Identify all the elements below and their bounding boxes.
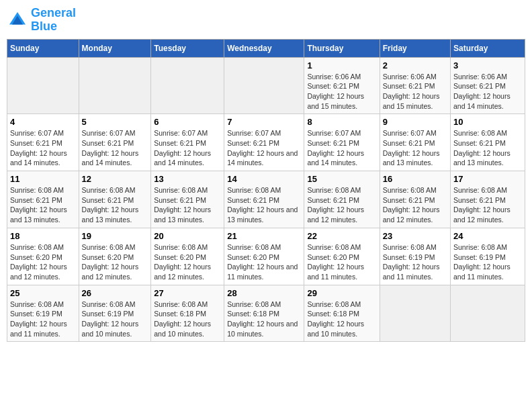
day-cell: 17 Sunrise: 6:08 AM Sunset: 6:21 PM Dayl… xyxy=(451,171,525,228)
day-number: 14 xyxy=(227,174,301,184)
day-cell: 3 Sunrise: 6:06 AM Sunset: 6:21 PM Dayli… xyxy=(451,57,525,114)
sunrise: Sunrise: 6:07 AM xyxy=(307,128,376,138)
day-header-saturday: Saturday xyxy=(451,39,525,57)
day-number: 18 xyxy=(10,231,76,241)
day-number: 13 xyxy=(154,174,221,184)
day-info: Sunrise: 6:07 AM Sunset: 6:21 PM Dayligh… xyxy=(10,128,76,168)
day-cell: 12 Sunrise: 6:08 AM Sunset: 6:21 PM Dayl… xyxy=(79,171,151,228)
day-info: Sunrise: 6:08 AM Sunset: 6:21 PM Dayligh… xyxy=(307,185,376,225)
calendar-body: 1 Sunrise: 6:06 AM Sunset: 6:21 PM Dayli… xyxy=(7,57,525,342)
sunset: Sunset: 6:20 PM xyxy=(10,253,76,263)
daylight: Daylight: 12 hours and 12 minutes. xyxy=(154,262,221,281)
sunset: Sunset: 6:20 PM xyxy=(154,253,221,263)
day-cell: 13 Sunrise: 6:08 AM Sunset: 6:21 PM Dayl… xyxy=(151,171,224,228)
sunrise: Sunrise: 6:07 AM xyxy=(383,128,447,138)
sunrise: Sunrise: 6:06 AM xyxy=(307,72,376,82)
sunset: Sunset: 6:18 PM xyxy=(307,309,376,319)
daylight: Daylight: 12 hours and 12 minutes. xyxy=(82,262,148,281)
day-number: 9 xyxy=(383,117,447,127)
day-number: 7 xyxy=(227,117,301,127)
sunrise: Sunrise: 6:08 AM xyxy=(307,300,376,310)
day-cell: 25 Sunrise: 6:08 AM Sunset: 6:19 PM Dayl… xyxy=(7,285,79,342)
day-info: Sunrise: 6:08 AM Sunset: 6:21 PM Dayligh… xyxy=(227,185,301,225)
day-info: Sunrise: 6:08 AM Sunset: 6:21 PM Dayligh… xyxy=(10,185,76,225)
sunset: Sunset: 6:18 PM xyxy=(227,309,301,319)
logo-text: GeneralBlue xyxy=(31,7,76,34)
day-cell: 27 Sunrise: 6:08 AM Sunset: 6:18 PM Dayl… xyxy=(151,285,224,342)
day-info: Sunrise: 6:07 AM Sunset: 6:21 PM Dayligh… xyxy=(154,128,221,168)
day-header-monday: Monday xyxy=(79,39,151,57)
day-number: 2 xyxy=(383,60,447,71)
sunset: Sunset: 6:21 PM xyxy=(82,138,148,148)
calendar-table: SundayMondayTuesdayWednesdayThursdayFrid… xyxy=(7,39,525,342)
day-number: 29 xyxy=(307,288,376,298)
day-info: Sunrise: 6:08 AM Sunset: 6:19 PM Dayligh… xyxy=(383,242,447,282)
day-cell: 18 Sunrise: 6:08 AM Sunset: 6:20 PM Dayl… xyxy=(7,228,79,285)
day-info: Sunrise: 6:08 AM Sunset: 6:20 PM Dayligh… xyxy=(307,242,376,282)
day-cell: 5 Sunrise: 6:07 AM Sunset: 6:21 PM Dayli… xyxy=(79,114,151,171)
day-cell: 28 Sunrise: 6:08 AM Sunset: 6:18 PM Dayl… xyxy=(224,285,304,342)
sunset: Sunset: 6:21 PM xyxy=(383,81,447,91)
daylight: Daylight: 12 hours and 12 minutes. xyxy=(453,205,522,224)
sunset: Sunset: 6:21 PM xyxy=(453,138,522,148)
sunrise: Sunrise: 6:08 AM xyxy=(82,185,148,195)
sunset: Sunset: 6:20 PM xyxy=(227,253,301,263)
day-info: Sunrise: 6:07 AM Sunset: 6:21 PM Dayligh… xyxy=(82,128,148,168)
daylight: Daylight: 12 hours and 14 minutes. xyxy=(10,148,76,168)
sunrise: Sunrise: 6:08 AM xyxy=(227,185,301,195)
day-header-tuesday: Tuesday xyxy=(151,39,224,57)
sunset: Sunset: 6:20 PM xyxy=(307,253,376,263)
sunrise: Sunrise: 6:08 AM xyxy=(383,242,447,253)
daylight: Daylight: 12 hours and 13 minutes. xyxy=(453,148,522,168)
sunset: Sunset: 6:21 PM xyxy=(307,195,376,205)
day-number: 21 xyxy=(227,231,301,241)
daylight: Daylight: 12 hours and 11 minutes. xyxy=(307,262,376,281)
day-cell: 7 Sunrise: 6:07 AM Sunset: 6:21 PM Dayli… xyxy=(224,114,304,171)
day-number: 20 xyxy=(154,231,221,241)
day-cell xyxy=(79,57,151,114)
sunset: Sunset: 6:21 PM xyxy=(227,138,301,148)
sunset: Sunset: 6:19 PM xyxy=(10,309,76,319)
daylight: Daylight: 12 hours and 10 minutes. xyxy=(82,319,148,338)
day-info: Sunrise: 6:07 AM Sunset: 6:21 PM Dayligh… xyxy=(227,128,301,168)
sunrise: Sunrise: 6:08 AM xyxy=(307,185,376,195)
sunset: Sunset: 6:20 PM xyxy=(82,253,148,263)
daylight: Daylight: 12 hours and 11 minutes. xyxy=(453,262,522,281)
day-header-wednesday: Wednesday xyxy=(224,39,304,57)
day-cell: 14 Sunrise: 6:08 AM Sunset: 6:21 PM Dayl… xyxy=(224,171,304,228)
day-header-sunday: Sunday xyxy=(7,39,79,57)
day-cell: 8 Sunrise: 6:07 AM Sunset: 6:21 PM Dayli… xyxy=(304,114,380,171)
day-number: 11 xyxy=(10,174,76,184)
daylight: Daylight: 12 hours and 12 minutes. xyxy=(383,205,447,224)
sunset: Sunset: 6:21 PM xyxy=(383,138,447,148)
page-header: GeneralBlue xyxy=(7,7,525,34)
day-number: 1 xyxy=(307,60,376,71)
daylight: Daylight: 12 hours and 13 minutes. xyxy=(10,205,76,224)
logo-icon xyxy=(7,9,28,31)
sunrise: Sunrise: 6:08 AM xyxy=(82,300,148,310)
sunset: Sunset: 6:21 PM xyxy=(383,195,447,205)
day-number: 6 xyxy=(154,117,221,127)
day-info: Sunrise: 6:07 AM Sunset: 6:21 PM Dayligh… xyxy=(383,128,447,168)
daylight: Daylight: 12 hours and 13 minutes. xyxy=(82,205,148,224)
day-cell xyxy=(380,285,450,342)
day-number: 8 xyxy=(307,117,376,127)
sunrise: Sunrise: 6:08 AM xyxy=(10,185,76,195)
sunrise: Sunrise: 6:08 AM xyxy=(453,242,522,253)
daylight: Daylight: 12 hours and 11 minutes. xyxy=(10,319,76,338)
daylight: Daylight: 12 hours and 15 minutes. xyxy=(383,91,447,111)
day-number: 24 xyxy=(453,231,522,241)
daylight: Daylight: 12 hours and 11 minutes. xyxy=(227,262,301,281)
daylight: Daylight: 12 hours and 10 minutes. xyxy=(307,319,376,338)
day-info: Sunrise: 6:08 AM Sunset: 6:19 PM Dayligh… xyxy=(453,242,522,282)
sunrise: Sunrise: 6:08 AM xyxy=(10,242,76,253)
day-info: Sunrise: 6:08 AM Sunset: 6:20 PM Dayligh… xyxy=(10,242,76,282)
day-number: 4 xyxy=(10,117,76,127)
day-number: 26 xyxy=(82,288,148,298)
sunrise: Sunrise: 6:06 AM xyxy=(453,72,522,82)
sunset: Sunset: 6:21 PM xyxy=(307,81,376,91)
day-info: Sunrise: 6:08 AM Sunset: 6:19 PM Dayligh… xyxy=(10,300,76,339)
day-number: 12 xyxy=(82,174,148,184)
daylight: Daylight: 12 hours and 15 minutes. xyxy=(307,91,376,111)
day-number: 17 xyxy=(453,174,522,184)
